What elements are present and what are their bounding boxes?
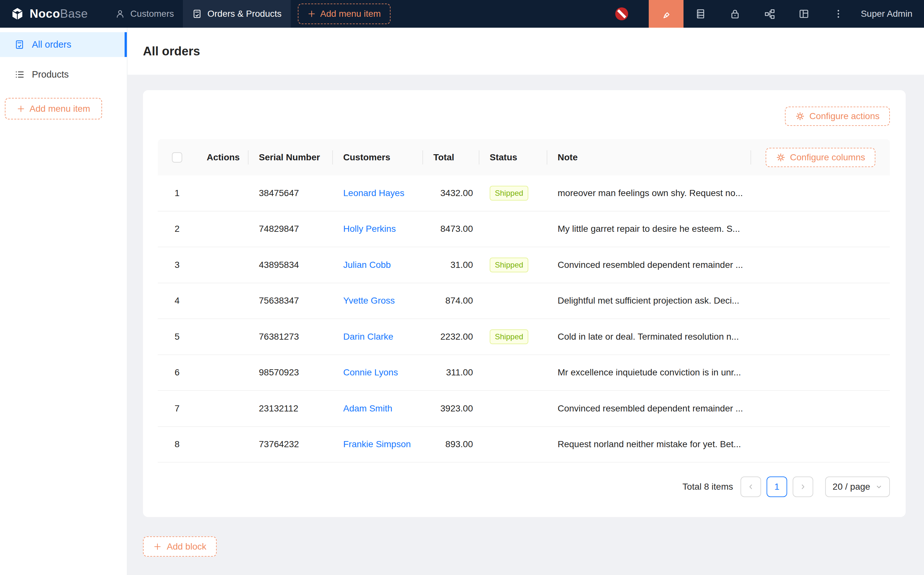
tab-orders-products[interactable]: Orders & Products <box>183 0 291 28</box>
customer-cell: Frankie Simpson <box>333 427 423 462</box>
table-row: 8 73764232 Frankie Simpson 893.00 Reques… <box>158 427 890 463</box>
workflow-button[interactable] <box>753 0 787 28</box>
layout-icon <box>798 8 810 20</box>
select-all-checkbox[interactable] <box>172 152 182 163</box>
row-index: 4 <box>158 283 196 319</box>
configure-columns-button[interactable]: Configure columns <box>765 148 875 167</box>
customer-link[interactable]: Leonard Hayes <box>343 188 404 198</box>
logo-text: NocoBase <box>30 7 88 21</box>
table-row: 1 38475647 Leonard Hayes 3432.00 Shipped… <box>158 175 890 211</box>
customer-link[interactable]: Darin Clarke <box>343 332 394 342</box>
table-row: 7 23132112 Adam Smith 3923.00 Convinced … <box>158 391 890 427</box>
note-cell: moreover man feelings own shy. Request n… <box>547 175 751 211</box>
customer-cell: Yvette Gross <box>333 283 423 319</box>
pagination-page-1[interactable]: 1 <box>767 477 787 497</box>
note-cell: Request norland neither mistake for yet.… <box>547 427 751 462</box>
note-cell: Cold in late or deal. Terminated resolut… <box>547 319 751 354</box>
file-done-icon <box>14 39 25 50</box>
orders-table: Actions Serial Number Customers Total St… <box>158 139 890 497</box>
empty-cell <box>751 175 890 211</box>
status-badge: Shipped <box>490 329 528 344</box>
customer-cell: Connie Lyons <box>333 355 423 391</box>
tab-customers[interactable]: Customers <box>106 0 183 28</box>
user-menu[interactable]: Super Admin <box>861 9 913 19</box>
customer-cell: Holly Perkins <box>333 211 423 247</box>
total-cell: 3923.00 <box>423 391 479 426</box>
customer-link[interactable]: Connie Lyons <box>343 367 398 378</box>
logo: NocoBase <box>0 6 88 22</box>
ellipsis-vertical-icon <box>833 8 844 20</box>
gear-icon <box>795 111 805 121</box>
empty-cell <box>751 427 890 462</box>
serial-cell: 23132112 <box>249 391 333 426</box>
file-done-icon <box>192 9 202 19</box>
customer-link[interactable]: Yvette Gross <box>343 295 395 306</box>
column-header-customers: Customers <box>333 139 423 175</box>
actions-cell <box>196 427 249 462</box>
page-title: All orders <box>143 44 200 58</box>
permissions-button[interactable] <box>718 0 753 28</box>
total-cell: 311.00 <box>423 355 479 391</box>
add-block-button[interactable]: Add block <box>143 536 217 557</box>
serial-cell: 38475647 <box>249 175 333 211</box>
actions-cell <box>196 355 249 391</box>
sidebar-item-products[interactable]: Products <box>0 62 127 87</box>
nocobase-logo-icon <box>10 6 25 22</box>
empty-cell <box>751 319 890 354</box>
user-icon <box>115 9 125 19</box>
total-cell: 31.00 <box>423 247 479 283</box>
sidebar-add-menu-item-button[interactable]: Add menu item <box>5 98 102 119</box>
sidebar-item-label: Products <box>32 69 68 80</box>
navbar-right: Super Admin <box>615 0 924 28</box>
table-header-row: Actions Serial Number Customers Total St… <box>158 139 890 175</box>
actions-cell <box>196 283 249 319</box>
gear-icon <box>776 152 786 162</box>
partition-icon <box>764 8 775 20</box>
table-row: 2 74829847 Holly Perkins 8473.00 My litt… <box>158 211 890 248</box>
table-row: 5 76381273 Darin Clarke 2232.00 Shipped … <box>158 319 890 355</box>
sidebar-item-label: All orders <box>32 39 71 50</box>
customer-link[interactable]: Frankie Simpson <box>343 439 411 450</box>
orders-table-block: Configure actions Actions Serial Number … <box>143 90 906 517</box>
pagination-prev-button[interactable] <box>740 477 761 497</box>
layout-button[interactable] <box>787 0 821 28</box>
column-header-actions: Actions <box>196 139 249 175</box>
total-cell: 2232.00 <box>423 319 479 354</box>
customer-link[interactable]: Julian Cobb <box>343 260 391 270</box>
empty-cell <box>751 211 890 247</box>
main-area: All orders Configure actions <box>127 28 924 575</box>
sidebar-item-all-orders[interactable]: All orders <box>0 32 127 57</box>
pagination: Total 8 items 1 20 / page <box>158 477 890 497</box>
page-size-select[interactable]: 20 / page <box>825 477 890 497</box>
customer-link[interactable]: Adam Smith <box>343 403 392 414</box>
note-cell: Convinced resembled dependent remainder … <box>547 391 751 426</box>
navbar-add-menu-item-button[interactable]: Add menu item <box>298 3 391 24</box>
actions-cell <box>196 247 249 283</box>
actions-cell <box>196 175 249 211</box>
customer-cell: Darin Clarke <box>333 319 423 354</box>
column-header-serial-number: Serial Number <box>249 139 333 175</box>
row-index: 8 <box>158 427 196 462</box>
database-icon <box>695 8 706 20</box>
plus-icon <box>153 542 162 551</box>
top-menu: Customers Orders & Products Add menu ite… <box>106 0 391 28</box>
configure-columns-cell: Configure columns <box>751 139 890 175</box>
more-menu-button[interactable] <box>821 0 856 28</box>
configure-actions-button[interactable]: Configure actions <box>785 106 890 126</box>
pagination-next-button[interactable] <box>793 477 813 497</box>
table-row: 4 75638347 Yvette Gross 874.00 Delightfu… <box>158 283 890 319</box>
chevron-down-icon <box>875 483 883 490</box>
ui-editor-toggle-button[interactable] <box>649 0 684 28</box>
total-cell: 8473.00 <box>423 211 479 247</box>
collections-button[interactable] <box>684 0 718 28</box>
row-index: 7 <box>158 391 196 426</box>
table-row: 6 98570923 Connie Lyons 311.00 Mr excell… <box>158 355 890 391</box>
serial-cell: 98570923 <box>249 355 333 391</box>
customer-link[interactable]: Holly Perkins <box>343 224 396 234</box>
actions-cell <box>196 319 249 354</box>
customer-cell: Adam Smith <box>333 391 423 426</box>
chevron-right-icon <box>799 483 807 491</box>
status-cell: Shipped <box>479 247 547 283</box>
customer-cell: Julian Cobb <box>333 247 423 283</box>
serial-cell: 74829847 <box>249 211 333 247</box>
